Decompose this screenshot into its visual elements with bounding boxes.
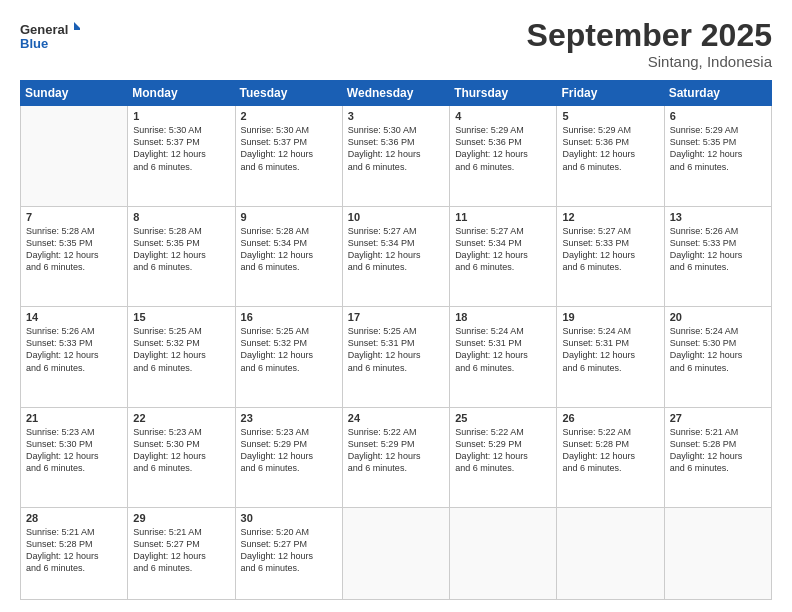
cell-info: Sunrise: 5:26 AM Sunset: 5:33 PM Dayligh… (670, 225, 766, 274)
day-number: 28 (26, 512, 122, 524)
day-number: 14 (26, 311, 122, 323)
cell-info: Sunrise: 5:26 AM Sunset: 5:33 PM Dayligh… (26, 325, 122, 374)
table-cell: 9Sunrise: 5:28 AM Sunset: 5:34 PM Daylig… (235, 206, 342, 306)
table-cell: 24Sunrise: 5:22 AM Sunset: 5:29 PM Dayli… (342, 407, 449, 507)
cell-info: Sunrise: 5:25 AM Sunset: 5:32 PM Dayligh… (133, 325, 229, 374)
table-cell: 17Sunrise: 5:25 AM Sunset: 5:31 PM Dayli… (342, 307, 449, 407)
day-number: 25 (455, 412, 551, 424)
cell-info: Sunrise: 5:24 AM Sunset: 5:30 PM Dayligh… (670, 325, 766, 374)
col-tuesday: Tuesday (235, 81, 342, 106)
day-number: 11 (455, 211, 551, 223)
day-number: 3 (348, 110, 444, 122)
day-number: 4 (455, 110, 551, 122)
cell-info: Sunrise: 5:27 AM Sunset: 5:34 PM Dayligh… (348, 225, 444, 274)
svg-text:General: General (20, 22, 68, 37)
cell-info: Sunrise: 5:23 AM Sunset: 5:30 PM Dayligh… (26, 426, 122, 475)
table-cell: 28Sunrise: 5:21 AM Sunset: 5:28 PM Dayli… (21, 508, 128, 600)
day-number: 13 (670, 211, 766, 223)
table-cell: 5Sunrise: 5:29 AM Sunset: 5:36 PM Daylig… (557, 106, 664, 206)
day-number: 19 (562, 311, 658, 323)
cell-info: Sunrise: 5:21 AM Sunset: 5:28 PM Dayligh… (26, 526, 122, 575)
table-cell: 1Sunrise: 5:30 AM Sunset: 5:37 PM Daylig… (128, 106, 235, 206)
table-cell: 6Sunrise: 5:29 AM Sunset: 5:35 PM Daylig… (664, 106, 771, 206)
cell-info: Sunrise: 5:21 AM Sunset: 5:28 PM Dayligh… (670, 426, 766, 475)
day-number: 21 (26, 412, 122, 424)
day-number: 6 (670, 110, 766, 122)
cell-info: Sunrise: 5:29 AM Sunset: 5:36 PM Dayligh… (562, 124, 658, 173)
col-wednesday: Wednesday (342, 81, 449, 106)
table-cell: 16Sunrise: 5:25 AM Sunset: 5:32 PM Dayli… (235, 307, 342, 407)
table-cell: 25Sunrise: 5:22 AM Sunset: 5:29 PM Dayli… (450, 407, 557, 507)
logo-svg: General Blue (20, 18, 80, 56)
day-number: 26 (562, 412, 658, 424)
cell-info: Sunrise: 5:20 AM Sunset: 5:27 PM Dayligh… (241, 526, 337, 575)
day-number: 23 (241, 412, 337, 424)
table-cell: 20Sunrise: 5:24 AM Sunset: 5:30 PM Dayli… (664, 307, 771, 407)
svg-marker-2 (74, 22, 80, 30)
table-cell: 10Sunrise: 5:27 AM Sunset: 5:34 PM Dayli… (342, 206, 449, 306)
cell-info: Sunrise: 5:28 AM Sunset: 5:35 PM Dayligh… (133, 225, 229, 274)
table-cell (342, 508, 449, 600)
day-number: 9 (241, 211, 337, 223)
page: General Blue September 2025 Sintang, Ind… (0, 0, 792, 612)
day-number: 22 (133, 412, 229, 424)
cell-info: Sunrise: 5:22 AM Sunset: 5:29 PM Dayligh… (455, 426, 551, 475)
cell-info: Sunrise: 5:30 AM Sunset: 5:37 PM Dayligh… (133, 124, 229, 173)
calendar-header-row: Sunday Monday Tuesday Wednesday Thursday… (21, 81, 772, 106)
cell-info: Sunrise: 5:21 AM Sunset: 5:27 PM Dayligh… (133, 526, 229, 575)
subtitle: Sintang, Indonesia (527, 53, 772, 70)
cell-info: Sunrise: 5:29 AM Sunset: 5:36 PM Dayligh… (455, 124, 551, 173)
table-cell: 14Sunrise: 5:26 AM Sunset: 5:33 PM Dayli… (21, 307, 128, 407)
day-number: 18 (455, 311, 551, 323)
cell-info: Sunrise: 5:25 AM Sunset: 5:32 PM Dayligh… (241, 325, 337, 374)
table-cell (450, 508, 557, 600)
calendar-week-row: 28Sunrise: 5:21 AM Sunset: 5:28 PM Dayli… (21, 508, 772, 600)
calendar-week-row: 14Sunrise: 5:26 AM Sunset: 5:33 PM Dayli… (21, 307, 772, 407)
day-number: 24 (348, 412, 444, 424)
table-cell: 22Sunrise: 5:23 AM Sunset: 5:30 PM Dayli… (128, 407, 235, 507)
day-number: 7 (26, 211, 122, 223)
cell-info: Sunrise: 5:28 AM Sunset: 5:34 PM Dayligh… (241, 225, 337, 274)
cell-info: Sunrise: 5:27 AM Sunset: 5:34 PM Dayligh… (455, 225, 551, 274)
cell-info: Sunrise: 5:30 AM Sunset: 5:37 PM Dayligh… (241, 124, 337, 173)
table-cell: 2Sunrise: 5:30 AM Sunset: 5:37 PM Daylig… (235, 106, 342, 206)
day-number: 5 (562, 110, 658, 122)
table-cell: 21Sunrise: 5:23 AM Sunset: 5:30 PM Dayli… (21, 407, 128, 507)
day-number: 20 (670, 311, 766, 323)
day-number: 10 (348, 211, 444, 223)
table-cell: 12Sunrise: 5:27 AM Sunset: 5:33 PM Dayli… (557, 206, 664, 306)
day-number: 30 (241, 512, 337, 524)
calendar-week-row: 1Sunrise: 5:30 AM Sunset: 5:37 PM Daylig… (21, 106, 772, 206)
calendar-table: Sunday Monday Tuesday Wednesday Thursday… (20, 80, 772, 600)
table-cell: 27Sunrise: 5:21 AM Sunset: 5:28 PM Dayli… (664, 407, 771, 507)
table-cell (557, 508, 664, 600)
cell-info: Sunrise: 5:23 AM Sunset: 5:30 PM Dayligh… (133, 426, 229, 475)
svg-text:Blue: Blue (20, 36, 48, 51)
table-cell: 11Sunrise: 5:27 AM Sunset: 5:34 PM Dayli… (450, 206, 557, 306)
month-title: September 2025 (527, 18, 772, 53)
cell-info: Sunrise: 5:24 AM Sunset: 5:31 PM Dayligh… (562, 325, 658, 374)
day-number: 29 (133, 512, 229, 524)
day-number: 16 (241, 311, 337, 323)
day-number: 27 (670, 412, 766, 424)
table-cell: 19Sunrise: 5:24 AM Sunset: 5:31 PM Dayli… (557, 307, 664, 407)
calendar-week-row: 7Sunrise: 5:28 AM Sunset: 5:35 PM Daylig… (21, 206, 772, 306)
cell-info: Sunrise: 5:22 AM Sunset: 5:28 PM Dayligh… (562, 426, 658, 475)
cell-info: Sunrise: 5:29 AM Sunset: 5:35 PM Dayligh… (670, 124, 766, 173)
day-number: 8 (133, 211, 229, 223)
cell-info: Sunrise: 5:23 AM Sunset: 5:29 PM Dayligh… (241, 426, 337, 475)
table-cell: 30Sunrise: 5:20 AM Sunset: 5:27 PM Dayli… (235, 508, 342, 600)
day-number: 12 (562, 211, 658, 223)
cell-info: Sunrise: 5:25 AM Sunset: 5:31 PM Dayligh… (348, 325, 444, 374)
header: General Blue September 2025 Sintang, Ind… (20, 18, 772, 70)
col-friday: Friday (557, 81, 664, 106)
day-number: 2 (241, 110, 337, 122)
table-cell: 15Sunrise: 5:25 AM Sunset: 5:32 PM Dayli… (128, 307, 235, 407)
cell-info: Sunrise: 5:27 AM Sunset: 5:33 PM Dayligh… (562, 225, 658, 274)
table-cell: 8Sunrise: 5:28 AM Sunset: 5:35 PM Daylig… (128, 206, 235, 306)
calendar-week-row: 21Sunrise: 5:23 AM Sunset: 5:30 PM Dayli… (21, 407, 772, 507)
col-sunday: Sunday (21, 81, 128, 106)
cell-info: Sunrise: 5:24 AM Sunset: 5:31 PM Dayligh… (455, 325, 551, 374)
title-block: September 2025 Sintang, Indonesia (527, 18, 772, 70)
table-cell: 3Sunrise: 5:30 AM Sunset: 5:36 PM Daylig… (342, 106, 449, 206)
